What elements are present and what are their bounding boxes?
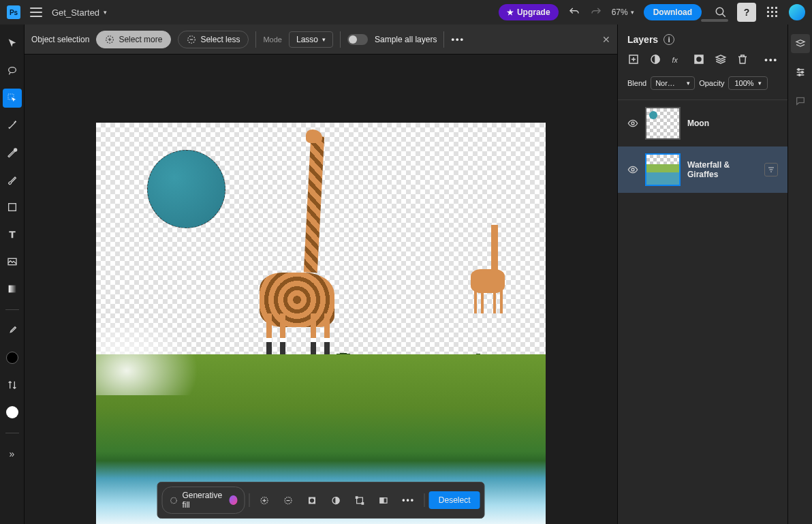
more-tools-icon[interactable]: » <box>3 444 22 463</box>
redo-icon[interactable] <box>590 6 602 18</box>
expand-selection-icon[interactable] <box>253 491 275 510</box>
blend-label: Blend <box>627 79 646 87</box>
info-icon[interactable]: i <box>663 34 674 45</box>
svg-point-18 <box>171 497 177 504</box>
upgrade-button[interactable]: ★Upgrade <box>499 4 559 20</box>
sample-layers-label: Sample all layers <box>375 35 437 44</box>
fx-icon[interactable]: fx <box>671 53 683 65</box>
text-tool[interactable] <box>3 225 22 244</box>
layer-thumbnail <box>645 107 681 140</box>
place-image-tool[interactable] <box>3 252 22 271</box>
svg-point-33 <box>696 57 702 62</box>
opacity-label: Opacity <box>699 79 724 87</box>
moon-selection[interactable] <box>147 150 225 228</box>
mask-icon[interactable] <box>301 491 322 510</box>
generative-fill-button[interactable]: Generative fill <box>162 487 245 514</box>
options-title: Object selection <box>31 35 89 44</box>
layer-more-icon[interactable]: ••• <box>764 55 778 65</box>
adjustment-layer-icon[interactable] <box>649 53 661 65</box>
svg-text:fx: fx <box>672 56 678 64</box>
svg-rect-26 <box>362 502 364 504</box>
svg-rect-28 <box>380 497 384 503</box>
star-icon: ★ <box>507 8 514 17</box>
move-tool[interactable] <box>3 34 22 53</box>
svg-point-0 <box>716 7 723 15</box>
svg-rect-6 <box>775 11 777 13</box>
apps-grid-icon[interactable] <box>763 3 782 22</box>
svg-point-36 <box>798 69 800 71</box>
fill-icon[interactable] <box>373 491 394 510</box>
svg-rect-9 <box>775 15 777 17</box>
layer-waterfall-giraffes[interactable]: Waterfall & Giraffes <box>618 147 787 193</box>
svg-point-37 <box>801 72 803 74</box>
svg-rect-15 <box>8 286 16 293</box>
undo-icon[interactable] <box>568 6 580 18</box>
help-icon[interactable]: ? <box>737 3 756 22</box>
object-select-tool[interactable] <box>3 89 22 108</box>
svg-point-35 <box>631 168 634 171</box>
close-options-icon[interactable]: ✕ <box>602 34 610 45</box>
blend-mode-dropdown[interactable]: Nor…▾ <box>651 76 695 90</box>
add-mask-icon[interactable] <box>693 53 705 65</box>
mode-dropdown[interactable]: Lasso▾ <box>289 31 333 48</box>
magic-wand-tool[interactable] <box>3 116 22 135</box>
delete-layer-icon[interactable] <box>736 53 749 65</box>
layer-name-label: Waterfall & Giraffes <box>687 160 758 179</box>
hamburger-menu-icon[interactable] <box>30 7 42 17</box>
visibility-toggle-icon[interactable] <box>627 118 638 129</box>
giraffe-2 <box>467 225 515 313</box>
layer-name-label: Moon <box>687 119 778 128</box>
select-more-button[interactable]: Select more <box>96 31 171 48</box>
adjustment-icon[interactable] <box>325 491 346 510</box>
opacity-dropdown[interactable]: 100%▾ <box>728 76 767 90</box>
giraffe-1 <box>253 136 341 354</box>
properties-panel-icon[interactable] <box>791 63 810 82</box>
visibility-toggle-icon[interactable] <box>627 164 638 175</box>
swap-colors-icon[interactable] <box>3 375 22 395</box>
svg-rect-7 <box>767 15 769 17</box>
sample-layers-toggle[interactable] <box>347 34 368 45</box>
document-title[interactable]: Get_Started▾ <box>52 7 107 18</box>
foreground-color[interactable] <box>3 348 22 367</box>
deselect-button[interactable]: Deselect <box>429 491 480 509</box>
svg-rect-25 <box>356 496 358 498</box>
layer-filter-icon[interactable] <box>764 163 778 176</box>
heal-brush-tool[interactable] <box>3 143 22 162</box>
layers-panel-icon[interactable] <box>791 34 810 53</box>
mode-label: Mode <box>263 35 282 44</box>
select-less-button[interactable]: Select less <box>178 31 249 48</box>
eyedropper-tool[interactable] <box>3 321 22 340</box>
svg-rect-8 <box>771 15 773 17</box>
layer-thumbnail <box>645 153 681 186</box>
layer-moon[interactable]: Moon <box>618 100 787 147</box>
add-layer-icon[interactable] <box>627 53 640 65</box>
svg-rect-5 <box>771 11 773 13</box>
contract-selection-icon[interactable] <box>277 491 298 510</box>
svg-point-38 <box>798 74 800 76</box>
panel-drag-handle[interactable] <box>701 19 728 22</box>
svg-point-34 <box>631 122 634 125</box>
ai-badge-icon <box>229 495 237 505</box>
svg-rect-2 <box>771 7 773 9</box>
lasso-tool[interactable] <box>3 61 22 80</box>
svg-point-10 <box>8 67 16 73</box>
layer-group-icon[interactable] <box>715 53 727 65</box>
download-button[interactable]: Download <box>644 4 702 20</box>
brush-tool[interactable] <box>3 170 22 189</box>
more-options-icon[interactable]: ••• <box>451 34 465 44</box>
more-actions-icon[interactable]: ••• <box>396 491 420 509</box>
canvas[interactable] <box>96 123 546 524</box>
transform-icon[interactable] <box>349 491 370 510</box>
user-avatar[interactable] <box>789 4 805 20</box>
zoom-dropdown[interactable]: 67%▾ <box>612 7 634 17</box>
app-logo: Ps <box>7 5 20 19</box>
svg-rect-13 <box>8 204 16 211</box>
panel-title: Layers <box>627 34 658 45</box>
svg-rect-4 <box>767 11 769 13</box>
svg-point-22 <box>310 498 314 502</box>
svg-rect-3 <box>775 7 777 9</box>
background-color[interactable] <box>3 403 22 422</box>
gradient-tool[interactable] <box>3 279 22 298</box>
comments-panel-icon[interactable] <box>791 91 810 110</box>
shape-tool[interactable] <box>3 198 22 217</box>
